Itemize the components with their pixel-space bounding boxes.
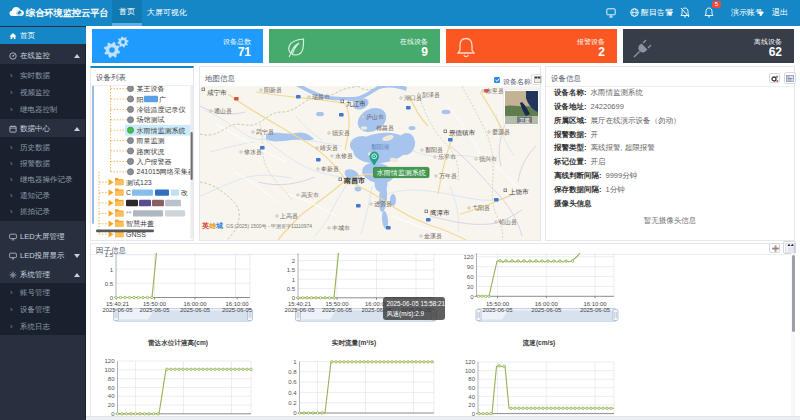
svg-text:15:50:00: 15:50:00 [326, 301, 350, 307]
svg-text:武宁县: 武宁县 [256, 128, 274, 135]
svg-text:0.8: 0.8 [288, 369, 297, 375]
svg-text:九江市: 九江市 [346, 100, 366, 108]
svg-text:修水县: 修水县 [244, 149, 262, 155]
svg-text:1: 1 [110, 267, 114, 273]
svg-text:德兴市: 德兴市 [479, 155, 497, 163]
svg-text:弋阳县: 弋阳县 [472, 204, 490, 212]
svg-text:241015网络采集器: 241015网络采集器 [137, 168, 194, 176]
svg-text:高安市: 高安市 [301, 191, 319, 198]
svg-text:GS (2025) 1500号 - 甲测资字11110974: GS (2025) 1500号 - 甲测资字11110974 [226, 223, 312, 230]
svg-text:阳: 阳 [137, 96, 144, 104]
svg-text:雨量监测: 雨量监测 [137, 137, 165, 145]
svg-text:靖安县: 靖安县 [319, 144, 338, 151]
svg-text:改: 改 [181, 189, 188, 197]
svg-text:德安县: 德安县 [332, 129, 350, 137]
svg-text:2025-06-05: 2025-06-05 [531, 307, 562, 313]
svg-text:2025-06-05: 2025-06-05 [322, 307, 353, 313]
svg-text:100: 100 [465, 368, 476, 374]
svg-text:阳新县: 阳新县 [264, 86, 282, 94]
svg-text:0.4: 0.4 [288, 390, 297, 396]
svg-text:0: 0 [470, 294, 474, 300]
svg-text:庐山市: 庐山市 [366, 113, 384, 120]
svg-text:彭泽县: 彭泽县 [422, 91, 440, 98]
svg-text:2025-06-05: 2025-06-05 [222, 307, 253, 313]
svg-text:2025-06-05: 2025-06-05 [102, 307, 133, 313]
svg-text:景德镇市: 景德镇市 [449, 129, 476, 137]
svg-text:1.5: 1.5 [287, 267, 296, 273]
svg-text:15:50:00: 15:50:00 [486, 301, 510, 307]
svg-text:咸宁市: 咸宁市 [207, 89, 227, 96]
svg-text:60: 60 [108, 385, 115, 391]
svg-text:场馆测试: 场馆测试 [136, 116, 165, 124]
svg-text:2025-06-05 15:58:21: 2025-06-05 15:58:21 [387, 300, 446, 307]
svg-text:南昌市: 南昌市 [343, 176, 365, 185]
svg-text:16:10:00: 16:10:00 [584, 301, 608, 307]
svg-text:0.6: 0.6 [288, 379, 297, 385]
svg-text:C: C [126, 189, 131, 196]
svg-text:通山县: 通山县 [214, 107, 232, 114]
svg-text:120: 120 [463, 254, 474, 260]
svg-text:金溪县: 金溪县 [423, 232, 442, 239]
svg-text:万年县: 万年县 [439, 173, 457, 179]
svg-text:冷链温度记录仪: 冷链温度记录仪 [137, 106, 186, 114]
svg-text:120: 120 [465, 359, 476, 365]
svg-text:流速(cm/s): 流速(cm/s) [522, 339, 556, 347]
svg-text:雷达水位计液高(cm): 雷达水位计液高(cm) [148, 339, 208, 347]
svg-text:瑞昌市: 瑞昌市 [312, 93, 330, 101]
svg-text:2025-06-05: 2025-06-05 [482, 307, 513, 313]
svg-text:100: 100 [104, 367, 115, 373]
svg-text:测试123: 测试123 [126, 179, 152, 187]
svg-text:上高县: 上高县 [279, 212, 298, 219]
svg-text:风速(m/s):2.9: 风速(m/s):2.9 [387, 310, 425, 318]
svg-text:上饶市: 上饶市 [509, 188, 529, 196]
svg-text:奉新县: 奉新县 [321, 165, 339, 172]
svg-text:60: 60 [468, 385, 475, 391]
svg-text:智慧井盖: 智慧井盖 [126, 220, 154, 228]
svg-text:2025-06-05: 2025-06-05 [580, 307, 611, 313]
svg-text:进贤县: 进贤县 [374, 200, 392, 208]
svg-text:永修县: 永修县 [335, 152, 353, 159]
svg-text:16:00:00: 16:00:00 [184, 301, 208, 307]
svg-text:16:00:00: 16:00:00 [535, 301, 559, 307]
svg-text:都昌县: 都昌县 [376, 125, 394, 132]
svg-text:2025-06-05: 2025-06-05 [284, 307, 315, 313]
svg-text:30: 30 [467, 284, 474, 290]
svg-text:1: 1 [292, 277, 296, 283]
svg-text:卫星: 卫星 [519, 117, 531, 123]
svg-text:广: 广 [159, 96, 166, 103]
svg-text:15:50:00: 15:50:00 [143, 301, 167, 307]
svg-text:水雨情监测系统: 水雨情监测系统 [137, 127, 186, 135]
svg-text:2025-06-05: 2025-06-05 [180, 307, 211, 313]
svg-text:实时流量(m³/s): 实时流量(m³/s) [332, 339, 376, 347]
svg-text:2025-06-05: 2025-06-05 [139, 307, 170, 313]
svg-text:**: ** [126, 210, 132, 217]
svg-text:40: 40 [468, 394, 475, 400]
svg-text:20: 20 [468, 402, 475, 408]
svg-text:80: 80 [108, 376, 115, 382]
svg-text:某主设备: 某主设备 [137, 86, 165, 93]
svg-text:丰城市: 丰城市 [332, 224, 350, 231]
svg-text:60: 60 [467, 274, 474, 280]
svg-text:1: 1 [293, 359, 297, 365]
svg-text:2: 2 [292, 258, 296, 264]
svg-text:铅山县: 铅山县 [498, 218, 517, 226]
svg-text:英雄城: 英雄城 [201, 222, 223, 230]
svg-text:16:10:00: 16:10:00 [226, 301, 250, 307]
svg-text:0.2: 0.2 [288, 400, 297, 406]
svg-text:80: 80 [468, 376, 475, 382]
svg-text:东至县: 东至县 [486, 87, 504, 94]
svg-text:鄱阳县: 鄱阳县 [425, 146, 443, 154]
svg-text:90: 90 [467, 264, 474, 270]
svg-text:鹰潭市: 鹰潭市 [430, 209, 450, 217]
svg-text:1.5: 1.5 [105, 253, 114, 258]
svg-text:15:40:21: 15:40:21 [106, 301, 129, 307]
svg-text:鄱阳湖: 鄱阳湖 [371, 143, 389, 151]
svg-text:40: 40 [108, 393, 115, 399]
svg-text:婺源县: 婺源县 [492, 128, 510, 136]
svg-text:15:40:21: 15:40:21 [288, 301, 311, 307]
svg-text:水雨情监测系统: 水雨情监测系统 [377, 169, 426, 177]
svg-text:0.5: 0.5 [105, 281, 114, 287]
svg-text:0.5: 0.5 [287, 286, 296, 292]
svg-text:路面状况: 路面状况 [137, 148, 165, 156]
svg-text:120: 120 [104, 358, 115, 364]
